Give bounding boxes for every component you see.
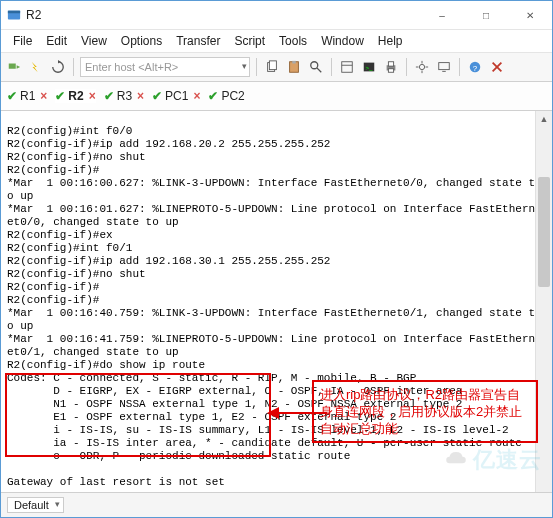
menu-view[interactable]: View [75,32,113,50]
tab-pc1[interactable]: ✔PC1× [152,89,200,103]
scroll-up-icon[interactable]: ▲ [536,111,552,127]
tab-r1[interactable]: ✔R1× [7,89,47,103]
maximize-button[interactable]: □ [464,1,508,29]
tab-label: PC1 [165,89,188,103]
check-icon: ✔ [7,89,17,103]
menu-window[interactable]: Window [315,32,370,50]
mode-label: Default [14,499,49,511]
titlebar: R2 – □ ✕ [1,1,552,30]
settings-icon[interactable] [413,58,431,76]
menu-options[interactable]: Options [115,32,168,50]
annotation-callout: 进入rip路由协议，R2路由器宣告自 身直连网段，启用协议版本2并禁止 自动汇总… [312,380,538,443]
properties-icon[interactable] [338,58,356,76]
svg-rect-13 [388,62,393,66]
svg-rect-1 [8,11,20,14]
host-input[interactable]: Enter host <Alt+R> ▾ [80,57,250,77]
tab-label: R3 [117,89,132,103]
connect-icon[interactable] [5,58,23,76]
screen-icon[interactable] [435,58,453,76]
statusbar: Default [1,492,552,517]
close-icon[interactable]: × [40,89,47,103]
check-icon: ✔ [208,89,218,103]
terminal-pane[interactable]: R2(config)#int f0/0 R2(config-if)#ip add… [1,111,552,511]
check-icon: ✔ [55,89,65,103]
chevron-down-icon[interactable]: ▾ [242,61,247,71]
menu-edit[interactable]: Edit [40,32,73,50]
host-placeholder: Enter host <Alt+R> [85,61,245,73]
watermark-text: 亿速云 [473,445,542,475]
svg-rect-5 [292,61,296,64]
session-tabbar: ✔R1× ✔R2× ✔R3× ✔PC1× ✔PC2 [1,82,552,111]
menu-script[interactable]: Script [228,32,271,50]
menu-help[interactable]: Help [372,32,409,50]
close-button[interactable]: ✕ [508,1,552,29]
menu-tools[interactable]: Tools [273,32,313,50]
check-icon: ✔ [104,89,114,103]
help-icon[interactable]: ? [466,58,484,76]
svg-text:?: ? [473,64,478,73]
toolbar: Enter host <Alt+R> ▾ >_ ? [1,53,552,82]
scroll-track[interactable] [536,127,552,495]
x-icon[interactable] [488,58,506,76]
watermark: 亿速云 [443,445,542,475]
tab-label: PC2 [221,89,244,103]
tab-label: R2 [68,89,83,103]
annotation-line: 自动汇总功能 [320,420,530,437]
app-window: R2 – □ ✕ File Edit View Options Transfer… [0,0,553,518]
svg-point-6 [311,62,318,69]
terminal-icon[interactable]: >_ [360,58,378,76]
svg-rect-14 [388,69,393,73]
check-icon: ✔ [152,89,162,103]
svg-text:>_: >_ [366,64,374,71]
close-icon[interactable]: × [137,89,144,103]
svg-rect-8 [342,62,353,73]
annotation-line: 身直连网段，启用协议版本2并禁止 [320,403,530,420]
tab-pc2[interactable]: ✔PC2 [208,89,244,103]
paste-icon[interactable] [285,58,303,76]
app-icon [7,8,21,22]
tab-r2[interactable]: ✔R2× [55,89,95,103]
close-icon[interactable]: × [89,89,96,103]
menu-transfer[interactable]: Transfer [170,32,226,50]
copy-icon[interactable] [263,58,281,76]
svg-point-15 [419,64,424,69]
quick-connect-icon[interactable] [27,58,45,76]
tab-label: R1 [20,89,35,103]
tab-r3[interactable]: ✔R3× [104,89,144,103]
svg-rect-3 [269,61,276,70]
find-icon[interactable] [307,58,325,76]
close-icon[interactable]: × [193,89,200,103]
scroll-thumb[interactable] [538,177,550,287]
svg-line-7 [317,68,321,72]
mode-selector[interactable]: Default [7,497,64,513]
print-icon[interactable] [382,58,400,76]
window-title: R2 [26,8,41,22]
reconnect-icon[interactable] [49,58,67,76]
annotation-line: 进入rip路由协议，R2路由器宣告自 [320,386,530,403]
svg-rect-20 [439,63,450,70]
menubar: File Edit View Options Transfer Script T… [1,30,552,53]
minimize-button[interactable]: – [420,1,464,29]
menu-file[interactable]: File [7,32,38,50]
